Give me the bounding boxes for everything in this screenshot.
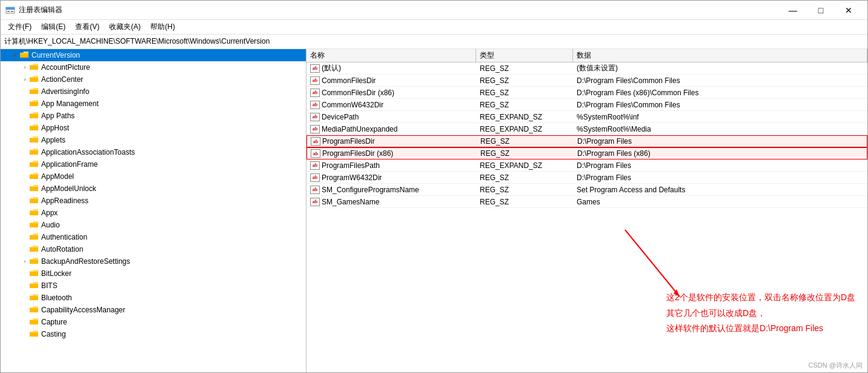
detail-row-commonfilesdir-x86[interactable]: ab CommonFilesDir (x86) REG_SZ D:\Progra… <box>306 87 867 99</box>
value-name: ProgramFilesPath <box>322 161 380 170</box>
expand-arrow: ▼ <box>10 52 20 58</box>
tree-item-appx[interactable]: Appx <box>1 207 306 219</box>
cell-type: REG_SZ <box>477 136 574 146</box>
folder-icon <box>30 209 39 217</box>
tree-label: CapabilityAccessManager <box>41 306 125 314</box>
menu-edit[interactable]: 编辑(E) <box>36 21 70 33</box>
menu-view[interactable]: 查看(V) <box>70 21 104 33</box>
close-button[interactable]: ✕ <box>835 1 863 20</box>
tree-item-appmanagement[interactable]: App Management <box>1 98 306 110</box>
tree-label: AdvertisingInfo <box>41 87 89 96</box>
menu-file[interactable]: 文件(F) <box>3 21 36 33</box>
registry-tree[interactable]: ▼ CurrentVersion › AccountPicture › <box>1 49 306 372</box>
col-header-name[interactable]: 名称 <box>306 49 476 62</box>
folder-icon <box>30 294 39 302</box>
menu-favorites[interactable]: 收藏夹(A) <box>104 21 145 33</box>
detail-row-commonfilesdir[interactable]: ab CommonFilesDir REG_SZ D:\Program File… <box>306 75 867 87</box>
folder-icon <box>30 148 39 156</box>
reg-value-icon: ab <box>311 149 320 158</box>
tree-item-currentversion[interactable]: ▼ CurrentVersion <box>1 49 306 61</box>
tree-item-advertisinginfo[interactable]: AdvertisingInfo <box>1 86 306 98</box>
registry-detail: 名称 类型 数据 ab (默认) REG_SZ (数值未设置) ab <box>306 49 867 372</box>
tree-label: AppModelUnlock <box>41 184 96 193</box>
menu-help[interactable]: 帮助(H) <box>145 21 180 33</box>
detail-row-programfilespath[interactable]: ab ProgramFilesPath REG_EXPAND_SZ D:\Pro… <box>306 160 867 172</box>
tree-item-backuprestoresettings[interactable]: › BackupAndRestoreSettings <box>1 255 306 267</box>
tree-item-capture[interactable]: Capture <box>1 316 306 328</box>
folder-icon <box>30 257 39 266</box>
tree-label: App Management <box>41 99 99 108</box>
detail-row-default[interactable]: ab (默认) REG_SZ (数值未设置) <box>306 62 867 75</box>
folder-icon <box>30 233 39 241</box>
tree-item-appreadiness[interactable]: AppReadiness <box>1 195 306 207</box>
tree-item-bits[interactable]: BITS <box>1 280 306 292</box>
folder-icon <box>30 87 39 96</box>
tree-label: AppReadiness <box>41 197 88 205</box>
folder-icon <box>30 221 39 229</box>
tree-item-apppaths[interactable]: App Paths <box>1 110 306 122</box>
detail-row-sm-gamesname[interactable]: ab SM_GamesName REG_SZ Games <box>306 196 867 208</box>
tree-item-bluetooth[interactable]: Bluetooth <box>1 292 306 304</box>
detail-row-commonw6432dir[interactable]: ab CommonW6432Dir REG_SZ D:\Program File… <box>306 99 867 111</box>
value-name: (默认) <box>322 63 341 73</box>
tree-item-actioncenter[interactable]: › ActionCenter <box>1 73 306 86</box>
tree-item-applicationassociationtoasts[interactable]: ApplicationAssociationToasts <box>1 146 306 158</box>
cell-type: REG_SZ <box>476 88 573 98</box>
cell-name: ab ProgramFilesDir (x86) <box>307 149 477 158</box>
tree-item-applicationframe[interactable]: ApplicationFrame <box>1 158 306 170</box>
folder-icon <box>30 160 39 169</box>
breadcrumb: 计算机\HKEY_LOCAL_MACHINE\SOFTWARE\Microsof… <box>1 35 867 49</box>
tree-item-bitlocker[interactable]: BitLocker <box>1 267 306 280</box>
minimize-button[interactable]: — <box>779 1 807 20</box>
main-content: ▼ CurrentVersion › AccountPicture › <box>1 49 867 372</box>
cell-name: ab SM_ConfigureProgramsName <box>306 185 476 195</box>
cell-data: D:\Program Files (x86) <box>574 149 867 158</box>
watermark: CSDN @诗水人间 <box>809 361 863 370</box>
detail-row-sm-configureprogramsname[interactable]: ab SM_ConfigureProgramsName REG_SZ Set P… <box>306 184 867 196</box>
detail-row-mediapathunexpanded[interactable]: ab MediaPathUnexpanded REG_EXPAND_SZ %Sy… <box>306 123 867 135</box>
tree-label: Capture <box>41 318 67 326</box>
detail-row-programfilesdir-x86[interactable]: ab ProgramFilesDir (x86) REG_SZ D:\Progr… <box>306 147 867 160</box>
tree-item-appmodelunlock[interactable]: AppModelUnlock <box>1 183 306 195</box>
value-name: CommonFilesDir (x86) <box>322 89 394 97</box>
tree-item-capabilityaccessmanager[interactable]: CapabilityAccessManager <box>1 304 306 316</box>
tree-item-casting[interactable]: Casting <box>1 328 306 340</box>
cell-name: ab MediaPathUnexpanded <box>306 124 476 134</box>
tree-label: Applets <box>41 136 65 144</box>
tree-label: BackupAndRestoreSettings <box>41 257 130 266</box>
reg-value-icon: ab <box>310 125 320 133</box>
cell-data: Set Program Access and Defaults <box>573 185 867 195</box>
cell-data: D:\Program Files <box>573 161 867 170</box>
tree-label: BITS <box>41 281 58 290</box>
maximize-button[interactable]: □ <box>807 1 835 20</box>
tree-label: ApplicationFrame <box>41 160 98 169</box>
cell-name: ab (默认) <box>306 62 476 74</box>
tree-item-appmodel[interactable]: AppModel <box>1 170 306 183</box>
tree-item-authentication[interactable]: Authentication <box>1 231 306 243</box>
folder-icon <box>30 318 39 326</box>
menu-bar: 文件(F) 编辑(E) 查看(V) 收藏夹(A) 帮助(H) <box>1 20 867 35</box>
folder-icon <box>30 306 39 314</box>
cell-type: REG_SZ <box>476 76 573 86</box>
tree-label: Authentication <box>41 233 87 241</box>
detail-row-devicepath[interactable]: ab DevicePath REG_EXPAND_SZ %SystemRoot%… <box>306 111 867 123</box>
tree-item-autorotation[interactable]: AutoRotation <box>1 243 306 255</box>
col-header-data[interactable]: 数据 <box>573 49 867 62</box>
cell-data: D:\Program Files <box>574 136 867 146</box>
folder-icon <box>30 112 39 120</box>
tree-item-accountpicture[interactable]: › AccountPicture <box>1 61 306 73</box>
tree-item-apphost[interactable]: AppHost <box>1 122 306 134</box>
tree-item-audio[interactable]: Audio <box>1 219 306 231</box>
svg-rect-3 <box>11 11 13 12</box>
tree-item-applets[interactable]: Applets <box>1 134 306 146</box>
detail-row-programfilesdir[interactable]: ab ProgramFilesDir REG_SZ D:\Program Fil… <box>306 135 867 147</box>
cell-data: %SystemRoot%\inf <box>573 112 867 122</box>
cell-data: Games <box>573 197 867 207</box>
value-name: SM_ConfigureProgramsName <box>322 186 419 194</box>
app-icon <box>5 5 15 15</box>
value-name: ProgramW6432Dir <box>322 173 382 182</box>
reg-value-icon: ab <box>310 64 320 73</box>
col-header-type[interactable]: 类型 <box>476 49 573 62</box>
value-name: ProgramFilesDir <box>322 137 375 146</box>
detail-row-programw6432dir[interactable]: ab ProgramW6432Dir REG_SZ D:\Program Fil… <box>306 172 867 184</box>
